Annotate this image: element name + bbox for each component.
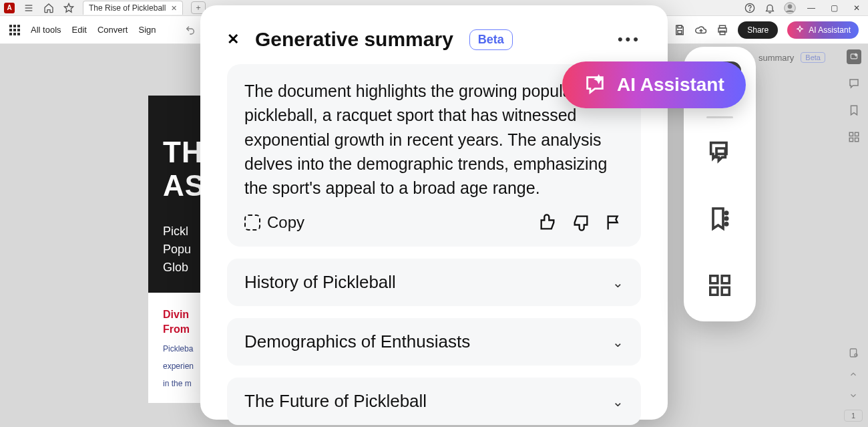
report-flag-icon[interactable] bbox=[605, 213, 624, 232]
sparkle-icon bbox=[795, 25, 805, 35]
svg-point-7 bbox=[788, 4, 792, 8]
hamburger-menu-icon[interactable] bbox=[23, 3, 35, 13]
minimize-button[interactable]: — bbox=[804, 3, 819, 13]
svg-rect-28 bbox=[710, 287, 718, 295]
all-tools-icon[interactable] bbox=[9, 25, 20, 35]
profile-avatar[interactable] bbox=[784, 2, 796, 14]
tab-title: The Rise of Pickleball bbox=[89, 3, 166, 13]
undo-icon[interactable] bbox=[184, 24, 196, 36]
cloud-upload-icon[interactable] bbox=[695, 24, 707, 36]
save-icon[interactable] bbox=[674, 24, 686, 36]
copy-button[interactable]: Copy bbox=[244, 213, 304, 232]
section-title: Demographics of Enthusiasts bbox=[244, 331, 470, 352]
divider bbox=[706, 116, 733, 118]
section-title: The Future of Pickleball bbox=[244, 391, 427, 412]
panel-title: Generative summary bbox=[255, 28, 453, 51]
convert-button[interactable]: Convert bbox=[97, 25, 128, 35]
svg-rect-29 bbox=[722, 287, 729, 295]
ai-assistant-toolbar-button[interactable]: AI Assistant bbox=[787, 21, 859, 39]
print-icon[interactable] bbox=[716, 24, 728, 36]
thumbs-down-icon[interactable] bbox=[572, 213, 590, 232]
svg-point-24 bbox=[725, 217, 727, 219]
edit-button[interactable]: Edit bbox=[72, 25, 87, 35]
chevron-down-icon: ⌄ bbox=[612, 394, 624, 410]
section-future[interactable]: The Future of Pickleball ⌄ bbox=[227, 378, 641, 425]
ai-assistant-pill[interactable]: AI Assistant bbox=[562, 61, 746, 108]
close-window-button[interactable]: ✕ bbox=[849, 3, 864, 13]
grid-tool-button[interactable] bbox=[698, 264, 741, 307]
document-tab[interactable]: The Rise of Pickleball ✕ bbox=[83, 1, 183, 15]
section-history[interactable]: History of Pickleball ⌄ bbox=[227, 259, 641, 306]
panel-more-menu[interactable]: ••• bbox=[618, 31, 641, 48]
svg-point-5 bbox=[749, 9, 750, 10]
svg-rect-27 bbox=[722, 276, 729, 283]
help-icon[interactable] bbox=[744, 3, 756, 13]
section-demographics[interactable]: Demographics of Enthusiasts ⌄ bbox=[227, 318, 641, 366]
ai-pill-label: AI Assistant bbox=[617, 74, 724, 96]
share-button[interactable]: Share bbox=[738, 21, 778, 39]
ai-assistant-label: AI Assistant bbox=[809, 25, 851, 35]
bookmark-tool-button[interactable] bbox=[698, 197, 741, 240]
chat-tool-button[interactable] bbox=[698, 130, 741, 173]
beta-pill: Beta bbox=[469, 29, 513, 50]
copy-label: Copy bbox=[267, 213, 304, 232]
svg-marker-3 bbox=[64, 3, 73, 12]
close-tab-icon[interactable]: ✕ bbox=[171, 4, 177, 13]
sign-button[interactable]: Sign bbox=[138, 25, 156, 35]
maximize-button[interactable]: ▢ bbox=[827, 3, 841, 13]
thumbs-up-icon[interactable] bbox=[538, 213, 557, 232]
all-tools-button[interactable]: All tools bbox=[31, 25, 61, 35]
svg-point-25 bbox=[725, 223, 727, 225]
svg-rect-26 bbox=[710, 276, 718, 283]
copy-icon bbox=[244, 215, 260, 231]
chevron-down-icon: ⌄ bbox=[612, 334, 624, 350]
svg-rect-8 bbox=[678, 25, 682, 28]
sparkle-chat-icon bbox=[584, 74, 606, 96]
acrobat-logo: A bbox=[4, 3, 15, 13]
chevron-down-icon: ⌄ bbox=[612, 275, 624, 291]
svg-rect-9 bbox=[678, 30, 682, 33]
section-title: History of Pickleball bbox=[244, 272, 396, 293]
home-icon[interactable] bbox=[43, 3, 55, 13]
svg-point-23 bbox=[725, 212, 727, 214]
close-panel-button[interactable]: ✕ bbox=[227, 31, 239, 48]
star-icon[interactable] bbox=[63, 3, 75, 13]
bell-icon[interactable] bbox=[764, 3, 776, 13]
